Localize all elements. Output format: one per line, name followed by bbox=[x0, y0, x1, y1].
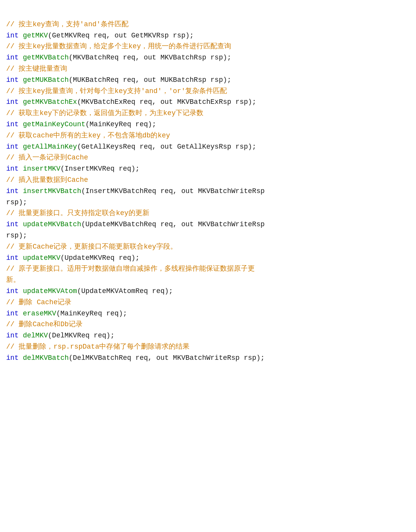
function-name-token: getAllMainKey bbox=[23, 143, 77, 151]
code-line: // 更新Cache记录，更新接口不能更新联合key字段。 bbox=[6, 241, 410, 252]
code-line: int insertMKV(InsertMKVReq req); bbox=[6, 163, 410, 175]
code-line: // 批量更新接口。只支持指定联合key的更新 bbox=[6, 208, 410, 219]
code-line: int getMKV(GetMKVReq req, out GetMKVRsp … bbox=[6, 30, 410, 41]
keyword-token: int bbox=[6, 287, 19, 295]
code-line: int delMKVBatch(DelMKVBatchReq req, out … bbox=[6, 352, 410, 364]
function-name-token: getMKVBatch bbox=[23, 54, 69, 61]
normal-token: rsp); bbox=[6, 232, 27, 239]
code-line: // 删除Cache和Db记录 bbox=[6, 319, 410, 330]
comment-text: // 按主键批量查询 bbox=[6, 65, 67, 73]
comment-text: // 按主key批量查询，针对每个主key支持'and'，'or'复杂条件匹配 bbox=[6, 87, 227, 95]
function-name-token: getMUKBatch bbox=[23, 76, 69, 84]
keyword-token: int bbox=[6, 98, 19, 106]
normal-token: (DelMKVBatchReq req, out MKVBatchWriteRs… bbox=[69, 354, 265, 362]
code-line: int getMKVBatchEx(MKVBatchExReq req, out… bbox=[6, 97, 410, 108]
normal-token: (UpdateMKVAtomReq req); bbox=[77, 287, 173, 295]
normal-token: (UpdateMKVReq req); bbox=[60, 254, 139, 262]
normal-token bbox=[19, 310, 23, 317]
code-line: int delMKV(DelMKVReq req); bbox=[6, 330, 410, 341]
function-name-token: insertMKVBatch bbox=[23, 187, 81, 195]
keyword-token: int bbox=[6, 165, 19, 173]
comment-text: // 插入批量数据到Cache bbox=[6, 176, 88, 184]
normal-token: (DelMKVReq req); bbox=[48, 332, 115, 339]
normal-token: (UpdateMKVBatchReq req, out MKVBatchWrit… bbox=[81, 220, 264, 228]
code-line: // 按主key查询，支持'and'条件匹配 bbox=[6, 19, 410, 30]
function-name-token: eraseMKV bbox=[23, 310, 56, 317]
normal-token: (InsertMKVReq req); bbox=[60, 165, 139, 173]
function-name-token: getMainKeyCount bbox=[23, 120, 85, 128]
code-line: int insertMKVBatch(InsertMKVBatchReq req… bbox=[6, 186, 410, 197]
keyword-token: int bbox=[6, 120, 19, 128]
keyword-token: int bbox=[6, 32, 19, 39]
normal-token: (MainKeyReq req); bbox=[56, 310, 127, 317]
keyword-token: int bbox=[6, 332, 19, 339]
keyword-token: int bbox=[6, 143, 19, 151]
normal-token bbox=[19, 165, 23, 173]
keyword-token: int bbox=[6, 354, 19, 362]
code-line: rsp); bbox=[6, 230, 410, 241]
function-name-token: getMKV bbox=[23, 32, 48, 39]
keyword-token: int bbox=[6, 254, 19, 262]
normal-token bbox=[19, 54, 23, 61]
normal-token: (MainKeyReq req); bbox=[85, 120, 156, 128]
normal-token bbox=[19, 254, 23, 262]
normal-token: (MKVBatchExReq req, out MKVBatchExRsp rs… bbox=[77, 98, 256, 106]
code-line: int getMKVBatch(MKVBatchReq req, out MKV… bbox=[6, 52, 410, 63]
normal-token bbox=[19, 120, 23, 128]
code-line: int updateMKVAtom(UpdateMKVAtomReq req); bbox=[6, 286, 410, 297]
code-line: // 按主key批量数据查询，给定多个主key，用统一的条件进行匹配查询 bbox=[6, 41, 410, 52]
keyword-token: int bbox=[6, 187, 19, 195]
comment-text: // 按主key查询，支持'and'条件匹配 bbox=[6, 20, 129, 28]
code-line: // 插入一条记录到Cache bbox=[6, 152, 410, 163]
function-name-token: updateMKV bbox=[23, 254, 60, 262]
comment-text: // 批量更新接口。只支持指定联合key的更新 bbox=[6, 209, 149, 217]
function-name-token: updateMKVBatch bbox=[23, 220, 81, 228]
code-line: int updateMKVBatch(UpdateMKVBatchReq req… bbox=[6, 219, 410, 230]
comment-text: // 批量删除，rsp.rspData中存储了每个删除请求的结果 bbox=[6, 343, 189, 351]
code-line: int getMUKBatch(MUKBatchReq req, out MUK… bbox=[6, 75, 410, 86]
normal-token: (InsertMKVBatchReq req, out MKVBatchWrit… bbox=[81, 187, 264, 195]
code-line: int eraseMKV(MainKeyReq req); bbox=[6, 308, 410, 319]
comment-text: // 获取主key下的记录数，返回值为正数时，为主key下记录数 bbox=[6, 109, 203, 117]
comment-text: // 插入一条记录到Cache bbox=[6, 154, 88, 161]
comment-text: 新。 bbox=[6, 276, 20, 284]
code-line: int getMainKeyCount(MainKeyReq req); bbox=[6, 119, 410, 130]
code-line: // 批量删除，rsp.rspData中存储了每个删除请求的结果 bbox=[6, 341, 410, 352]
function-name-token: delMKVBatch bbox=[23, 354, 69, 362]
code-line: // 按主key批量查询，针对每个主key支持'and'，'or'复杂条件匹配 bbox=[6, 86, 410, 97]
comment-text: // 更新Cache记录，更新接口不能更新联合key字段。 bbox=[6, 243, 177, 251]
normal-token bbox=[19, 187, 23, 195]
code-line: int getAllMainKey(GetAllKeysReq req, out… bbox=[6, 141, 410, 152]
function-name-token: updateMKVAtom bbox=[23, 287, 77, 295]
comment-text: // 原子更新接口。适用于对数据做自增自减操作，多线程操作能保证数据原子更 bbox=[6, 265, 255, 273]
keyword-token: int bbox=[6, 310, 19, 317]
code-line: // 按主键批量查询 bbox=[6, 63, 410, 75]
code-line: // 删除 Cache记录 bbox=[6, 297, 410, 308]
normal-token bbox=[19, 98, 23, 106]
keyword-token: int bbox=[6, 76, 19, 84]
normal-token: rsp); bbox=[6, 198, 27, 206]
normal-token bbox=[19, 220, 23, 228]
normal-token: (GetMKVReq req, out GetMKVRsp rsp); bbox=[48, 32, 194, 39]
code-line: // 获取主key下的记录数，返回值为正数时，为主key下记录数 bbox=[6, 108, 410, 119]
code-container: // 按主key查询，支持'and'条件匹配int getMKV(GetMKVR… bbox=[6, 8, 410, 364]
normal-token bbox=[19, 332, 23, 339]
normal-token bbox=[19, 287, 23, 295]
keyword-token: int bbox=[6, 220, 19, 228]
normal-token: (GetAllKeysReq req, out GetAllKeysRsp rs… bbox=[77, 143, 256, 151]
normal-token bbox=[19, 32, 23, 39]
code-line: rsp); bbox=[6, 197, 410, 208]
normal-token bbox=[19, 76, 23, 84]
code-line: // 获取cache中所有的主key，不包含落地db的key bbox=[6, 130, 410, 141]
function-name-token: delMKV bbox=[23, 332, 48, 339]
function-name-token: getMKVBatchEx bbox=[23, 98, 77, 106]
normal-token bbox=[19, 143, 23, 151]
code-line: int updateMKV(UpdateMKVReq req); bbox=[6, 252, 410, 264]
comment-text: // 删除 Cache记录 bbox=[6, 298, 71, 306]
normal-token: (MUKBatchReq req, out MUKBatchRsp rsp); bbox=[69, 76, 231, 84]
code-line: 新。 bbox=[6, 274, 410, 286]
comment-text: // 获取cache中所有的主key，不包含落地db的key bbox=[6, 132, 170, 139]
code-line: // 原子更新接口。适用于对数据做自增自减操作，多线程操作能保证数据原子更 bbox=[6, 263, 410, 274]
normal-token bbox=[19, 354, 23, 362]
comment-text: // 删除Cache和Db记录 bbox=[6, 320, 83, 328]
